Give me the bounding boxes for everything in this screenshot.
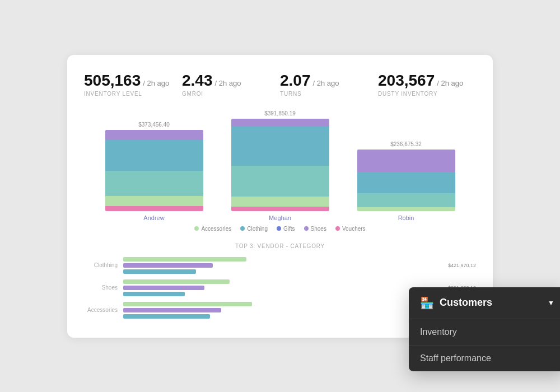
stat-value-dusty: 203,567 — [378, 72, 435, 89]
hbar-bar — [123, 286, 204, 290]
hbar-bar — [123, 269, 196, 274]
stacked-bar-andrew: $373,456.40 Andrew — [105, 122, 203, 221]
hbar-bars-clothing — [123, 257, 445, 274]
segment — [357, 207, 455, 211]
stat-label-turns: TURNS — [280, 91, 378, 97]
store-icon: 🏪 — [420, 296, 434, 310]
hbar-row-clothing: Clothhing $421,970.12 — [84, 257, 476, 274]
segment — [231, 166, 329, 197]
stacked-bar-meghan-bar — [231, 119, 329, 211]
segment — [105, 206, 203, 211]
segment — [231, 119, 329, 127]
hbar-label-accessories: Accessories — [84, 307, 123, 313]
stat-ago-inventory: / 2h ago — [143, 79, 169, 87]
legend-dot-accessories — [194, 226, 199, 231]
stat-inventory-level: 505,163/ 2h ago INVENTORY LEVEL — [84, 72, 182, 97]
hbar-bar — [123, 263, 213, 268]
hbar-label-shoes: Shoes — [84, 284, 123, 291]
segment — [357, 172, 455, 193]
main-card: 505,163/ 2h ago INVENTORY LEVEL 2.43/ 2h… — [67, 55, 493, 338]
hbar-bar — [123, 292, 185, 296]
stat-value-turns: 2.07 — [280, 72, 311, 89]
segment — [357, 193, 455, 207]
legend-label-clothing: Clothing — [247, 226, 268, 232]
stacked-bar-andrew-name: Andrew — [143, 214, 164, 221]
hbar-label-clothing: Clothhing — [84, 262, 123, 268]
stacked-bar-meghan: $391,850.19 Meghan — [231, 110, 329, 221]
legend-label-shoes: Shoes — [311, 226, 326, 232]
legend-dot-vouchers — [335, 226, 340, 231]
stat-ago-turns: / 2h ago — [313, 79, 339, 87]
stacked-bars-container: $373,456.40 Andrew $391,850.19 — [84, 110, 476, 221]
dropdown-item-inventory[interactable]: Inventory — [409, 319, 560, 345]
hbar-bar — [123, 308, 221, 312]
dropdown-header[interactable]: 🏪 Customers ▼ — [409, 287, 560, 319]
stat-turns: 2.07/ 2h ago TURNS — [280, 72, 378, 97]
stats-row: 505,163/ 2h ago INVENTORY LEVEL 2.43/ 2h… — [84, 72, 476, 97]
dropdown-menu[interactable]: 🏪 Customers ▼ Inventory Staff performanc… — [409, 287, 560, 371]
stat-value-inventory: 505,163 — [84, 72, 141, 89]
stat-label-dusty: DUSTY INVENTORY — [378, 91, 476, 97]
legend-dot-clothing — [240, 226, 245, 231]
stacked-bar-andrew-total: $373,456.40 — [138, 122, 170, 128]
hbar-chart-title: TOP 3: VENDOR - CATEGORY — [84, 243, 476, 249]
stat-label-inventory: INVENTORY LEVEL — [84, 91, 182, 97]
hbar-bar — [123, 257, 246, 262]
stat-gmroi: 2.43/ 2h ago GMROI — [182, 72, 280, 97]
segment — [231, 127, 329, 166]
legend-dot-gifts — [277, 226, 281, 231]
hbar-value-clothing: $421,970.12 — [448, 263, 476, 268]
legend-label-gifts: Gifts — [283, 226, 295, 232]
stacked-bar-robin-bar — [357, 150, 455, 211]
legend-vouchers: Vouchers — [335, 226, 366, 232]
legend-gifts: Gifts — [277, 226, 295, 232]
hbar-bar — [123, 302, 252, 306]
hbar-bars-accessories — [123, 302, 445, 319]
segment — [105, 130, 203, 140]
legend-shoes: Shoes — [304, 226, 326, 232]
hbar-bars-shoes — [123, 279, 445, 296]
stacked-bar-robin-total: $236,675.32 — [390, 141, 422, 147]
hbar-bar — [123, 279, 230, 284]
legend-label-accessories: Accessories — [201, 226, 231, 232]
legend-label-vouchers: Vouchers — [342, 226, 366, 232]
chevron-down-icon: ▼ — [548, 299, 554, 307]
segment — [231, 207, 329, 211]
stat-ago-gmroi: / 2h ago — [215, 79, 241, 87]
hbar-bar — [123, 314, 210, 319]
stacked-bar-robin-name: Robin — [398, 214, 414, 221]
stacked-bar-meghan-name: Meghan — [269, 214, 291, 221]
stat-dusty: 203,567/ 2h ago DUSTY INVENTORY — [378, 72, 476, 97]
segment — [357, 150, 455, 172]
legend-clothing: Clothing — [240, 226, 268, 232]
stat-value-gmroi: 2.43 — [182, 72, 213, 89]
dropdown-item-staff-performance[interactable]: Staff performance — [409, 345, 560, 371]
chart-legend: Accessories Clothing Gifts Shoes Voucher… — [84, 226, 476, 232]
stacked-bar-andrew-bar — [105, 130, 203, 211]
stacked-bar-meghan-total: $391,850.19 — [264, 110, 296, 116]
segment — [105, 196, 203, 206]
stacked-chart-section: $373,456.40 Andrew $391,850.19 — [84, 110, 476, 232]
legend-accessories: Accessories — [194, 226, 231, 232]
segment — [105, 140, 203, 171]
dropdown-header-text: Customers — [440, 297, 542, 309]
segment — [105, 171, 203, 196]
stacked-bar-robin: $236,675.32 Robin — [357, 141, 455, 221]
legend-dot-shoes — [304, 226, 309, 231]
segment — [231, 197, 329, 207]
stat-ago-dusty: / 2h ago — [437, 79, 463, 87]
stat-label-gmroi: GMROI — [182, 91, 280, 97]
